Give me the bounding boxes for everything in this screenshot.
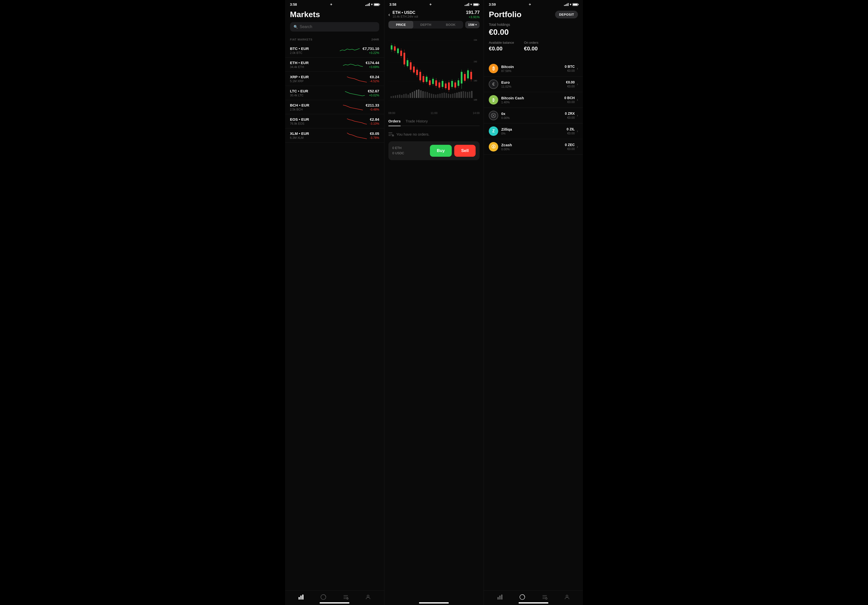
- nav-account[interactable]: [365, 594, 371, 600]
- market-item-eos[interactable]: EOS • EUR 76.9k EOS €2.84 -3.10%: [285, 114, 384, 129]
- candlestick-svg: 194 192 190 188: [388, 31, 480, 110]
- market-info-xrp: XRP • EUR 5.1M XRP: [290, 75, 344, 83]
- chart-tabs: PRICE DEPTH BOOK 15M ▾: [384, 21, 484, 31]
- portfolio-phone: 3:59 ✈ ▾ Portfolio DEPOSIT Total holding…: [484, 0, 583, 605]
- svg-rect-36: [429, 93, 430, 98]
- euro-name: Euro: [501, 80, 566, 84]
- time-label-2: 11:00: [431, 112, 438, 115]
- nav-orders[interactable]: [343, 594, 349, 600]
- home-indicator-1: [319, 602, 349, 603]
- svg-rect-92: [445, 84, 446, 88]
- account-icon: [365, 594, 371, 600]
- bch-name: Bitcoin Cash: [501, 96, 564, 100]
- back-button[interactable]: ‹: [388, 12, 390, 17]
- svg-rect-117: [499, 596, 501, 600]
- svg-rect-28: [412, 92, 413, 98]
- svg-rect-40: [437, 94, 438, 98]
- no-orders-icon: [388, 132, 394, 137]
- svg-rect-25: [405, 94, 406, 98]
- home-indicator-3: [519, 602, 549, 603]
- asset-item-zec[interactable]: ⓩ Zcash 0.00% 0 ZEC €0.00 ›: [484, 139, 583, 155]
- zec-crypto-amount: 0 ZEC: [565, 143, 575, 147]
- market-pair-eos: EOS • EUR: [290, 117, 344, 121]
- nav-portfolio[interactable]: [320, 594, 326, 600]
- svg-rect-31: [418, 89, 419, 98]
- svg-rect-118: [501, 594, 502, 600]
- chart-pair-volume: 10.4k ETH 24hr vol: [393, 15, 464, 19]
- search-bar[interactable]: 🔍 Search: [290, 22, 379, 31]
- market-chart-bch: [343, 102, 363, 112]
- status-icons-1: ▾: [365, 3, 379, 6]
- market-pair-ltc: LTC • EUR: [290, 89, 342, 93]
- svg-rect-2: [302, 594, 304, 600]
- orders-icon-3: [542, 594, 548, 600]
- signal-icon-2: [465, 3, 469, 6]
- svg-rect-55: [469, 92, 470, 98]
- sell-button[interactable]: Sell: [454, 145, 476, 157]
- svg-rect-32: [420, 90, 422, 98]
- zil-info: Zilliqa 0%: [501, 127, 566, 135]
- market-item-xlm[interactable]: XLM • EUR 6.3M XLM €0.05 -3.78%: [285, 129, 384, 143]
- on-orders-value: €0.00: [524, 45, 538, 52]
- asset-item-euro[interactable]: € Euro 11.02% €0.00 €0.00 ›: [484, 76, 583, 92]
- bitcoin-pct: 87.58%: [501, 69, 565, 73]
- euro-chevron: ›: [577, 82, 578, 87]
- asset-item-bitcoin[interactable]: ₿ Bitcoin 87.58% 0 BTC €0.00 ›: [484, 61, 583, 76]
- svg-rect-29: [414, 91, 415, 98]
- euro-info: Euro 11.02%: [501, 80, 566, 88]
- status-time-2: 3:58: [389, 3, 396, 6]
- battery-icon-3: [572, 3, 578, 6]
- markets-header: Markets 🔍 Search: [285, 8, 384, 38]
- svg-rect-60: [394, 47, 396, 51]
- tab-trade-history[interactable]: Trade History: [406, 119, 428, 123]
- svg-rect-88: [438, 82, 440, 88]
- tab-depth[interactable]: DEPTH: [413, 21, 438, 29]
- bch-info: Bitcoin Cash 1.40%: [501, 96, 564, 104]
- orders-section: Orders Trade History You have no orders.: [384, 115, 484, 139]
- svg-rect-70: [410, 62, 412, 70]
- svg-rect-42: [441, 93, 443, 98]
- nav-account-3[interactable]: [564, 594, 570, 600]
- market-item-bch[interactable]: BCH • EUR 2.5k BCH €211.33 -0.48%: [285, 100, 384, 114]
- asset-item-zrx[interactable]: 0x 0.00% 0 ZRX €0.00 ›: [484, 108, 583, 123]
- tab-book[interactable]: BOOK: [438, 21, 463, 29]
- buy-button[interactable]: Buy: [430, 145, 452, 157]
- account-icon-3: [564, 594, 570, 600]
- tab-orders[interactable]: Orders: [388, 119, 401, 126]
- nav-orders-3[interactable]: [542, 594, 548, 600]
- search-icon: 🔍: [294, 25, 298, 29]
- euro-amount: €0.00 €0.00: [566, 80, 575, 88]
- markets-title: Markets: [290, 10, 379, 19]
- svg-rect-44: [446, 93, 447, 98]
- holdings-section: Total holdings €0.00 Available balance €…: [484, 22, 583, 61]
- svg-rect-106: [467, 70, 469, 78]
- zil-name: Zilliqa: [501, 127, 566, 131]
- market-volume-bch: 2.5k BCH: [290, 108, 340, 111]
- market-item-ltc[interactable]: LTC • EUR 30.4k LTC €52.67 +0.02%: [285, 86, 384, 100]
- fiat-markets-label: FIAT MARKETS: [290, 38, 313, 41]
- svg-rect-72: [413, 67, 415, 73]
- market-pair-bch: BCH • EUR: [290, 103, 340, 107]
- market-info-bch: BCH • EUR 2.5k BCH: [290, 103, 340, 111]
- bitcoin-amount: 0 BTC €0.00: [565, 65, 575, 73]
- svg-rect-47: [452, 94, 453, 98]
- bitcoin-name: Bitcoin: [501, 65, 565, 69]
- nav-markets[interactable]: [298, 594, 304, 600]
- market-item-btc[interactable]: BTC • EUR 2.0k BTC €7,731.10 +3.22%: [285, 43, 384, 57]
- asset-item-bch[interactable]: ₿ Bitcoin Cash 1.40% 0 BCH €0.00 ›: [484, 92, 583, 108]
- portfolio-icon-3: [519, 594, 525, 600]
- 24hr-label: 24HR: [372, 38, 379, 41]
- market-info-eth: ETH • EUR 34.4k ETH: [290, 60, 340, 69]
- status-icons-3: ▾: [564, 3, 578, 6]
- market-item-xrp[interactable]: XRP • EUR 5.1M XRP €0.24 -4.52%: [285, 72, 384, 86]
- market-pair-eth: ETH • EUR: [290, 60, 340, 65]
- nav-markets-3[interactable]: [497, 594, 503, 600]
- asset-item-zil[interactable]: Z Zilliqa 0% 0 ZIL €0.00 ›: [484, 123, 583, 139]
- svg-rect-51: [460, 92, 462, 98]
- timeframe-selector[interactable]: 15M ▾: [465, 21, 480, 28]
- market-pair-xlm: XLM • EUR: [290, 131, 344, 136]
- market-item-eth[interactable]: ETH • EUR 34.4k ETH €174.44 +3.69%: [285, 57, 384, 72]
- tab-price[interactable]: PRICE: [388, 21, 413, 29]
- nav-portfolio-3[interactable]: [519, 594, 525, 600]
- deposit-button[interactable]: DEPOSIT: [555, 11, 578, 19]
